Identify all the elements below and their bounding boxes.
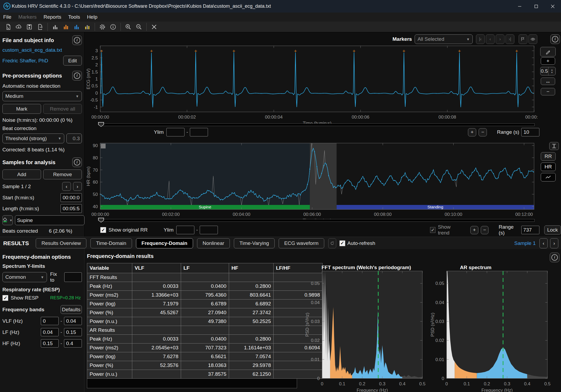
cell-value xyxy=(132,370,181,379)
svg-text:00:00:04: 00:00:04 xyxy=(265,115,283,120)
close-icon[interactable] xyxy=(149,22,159,31)
rr-view-button[interactable]: RR xyxy=(541,152,556,161)
ecg-scale-spinner[interactable]: 0.5 ▲▼ xyxy=(540,67,556,75)
tab-time-varying[interactable]: Time-Varying xyxy=(234,238,275,248)
trend-view-button[interactable] xyxy=(541,173,556,181)
band-to-input[interactable] xyxy=(64,328,82,336)
ecg-scrollbar[interactable] xyxy=(100,123,535,126)
ecg-fit-horizontal-button[interactable]: ↔ xyxy=(541,78,555,85)
hr-ylim-min-input[interactable] xyxy=(176,226,194,234)
spectrum-mode-dropdown[interactable]: Common▼ xyxy=(2,272,47,282)
mark-button[interactable]: Mark xyxy=(2,104,41,114)
remove-sample-button[interactable]: Remove xyxy=(43,169,82,179)
report-blue-icon[interactable] xyxy=(71,22,82,31)
edit-beats-button[interactable] xyxy=(540,47,556,56)
tab-frequency-domain[interactable]: Frequency-Domain xyxy=(136,238,193,248)
cell-value: 2.0545e+03 xyxy=(132,343,181,352)
export-icon[interactable] xyxy=(35,22,45,31)
hr-range-minus-button[interactable]: − xyxy=(481,226,489,234)
tab-ecg-waveform[interactable]: ECG waveform xyxy=(279,238,324,248)
menu-item-reports[interactable]: Reports xyxy=(43,14,61,20)
subject-link[interactable]: Fredric Shaffer, PhD xyxy=(2,58,48,64)
hr-range-plus-button[interactable]: + xyxy=(470,226,478,234)
lock-button[interactable]: Lock xyxy=(544,225,561,235)
save-icon[interactable] xyxy=(24,22,35,31)
show-trend-checkbox[interactable]: ✓ xyxy=(430,227,435,233)
ecg-chart[interactable]: +++++++++32.521.510.50-0.5-100:00:0000:0… xyxy=(85,32,538,126)
edit-button[interactable]: Edit xyxy=(63,56,82,66)
remove-all-button[interactable]: Remove all xyxy=(43,104,82,114)
defaults-button[interactable]: Defaults xyxy=(61,305,82,314)
menu-item-help[interactable]: Help xyxy=(87,14,97,20)
fix-to-input[interactable] xyxy=(64,272,82,282)
ecg-zoom-in-button[interactable]: + xyxy=(541,57,555,65)
report-orange-icon[interactable] xyxy=(61,22,71,31)
next-sample-button[interactable]: › xyxy=(73,182,82,191)
close-button[interactable] xyxy=(544,0,561,13)
start-input[interactable] xyxy=(61,193,82,202)
menu-item-tools[interactable]: Tools xyxy=(68,14,80,20)
minimize-button[interactable] xyxy=(511,0,528,13)
results-prev-sample-button[interactable]: ‹ xyxy=(539,238,548,248)
hr-scrollbar-handle[interactable] xyxy=(98,218,104,223)
tab-time-domain[interactable]: Time-Domain xyxy=(90,238,132,248)
add-sample-button[interactable]: Add xyxy=(2,169,41,179)
ar-chart[interactable]: 00.010.020.030.040.0500.10.20.30.40.5PSD… xyxy=(429,262,561,392)
chart-area: Markers All Selected▼ |‹ ‹ › ›| i ++++++… xyxy=(85,32,561,237)
filename-link[interactable]: custom_ascii_ecg_data.txt xyxy=(2,47,82,53)
info-icon[interactable] xyxy=(108,22,118,31)
menu-item-file[interactable]: File xyxy=(3,14,11,20)
show-resp-checkbox[interactable]: ✓ xyxy=(2,295,8,301)
table-row: AR Results xyxy=(87,326,323,335)
fit-vertical-button[interactable] xyxy=(549,142,559,150)
prev-sample-button[interactable]: ‹ xyxy=(62,182,71,191)
samples-info-button[interactable]: i xyxy=(72,157,82,167)
zoom-in-icon[interactable] xyxy=(123,22,134,31)
tab-nonlinear[interactable]: Nonlinear xyxy=(197,238,230,248)
ecg-scrollbar-handle[interactable] xyxy=(98,122,104,127)
cell-value: 0.0033 xyxy=(132,335,181,343)
new-file-icon[interactable] xyxy=(3,22,13,31)
band-from-input[interactable] xyxy=(41,317,59,325)
zoom-out-icon[interactable] xyxy=(134,22,144,31)
file-info-info-button[interactable]: i xyxy=(72,35,82,45)
settings-icon[interactable] xyxy=(97,22,108,31)
hr-scrollbar[interactable] xyxy=(100,219,535,222)
cloud-open-icon[interactable] xyxy=(13,22,24,31)
auto-refresh-checkbox[interactable]: ✓ xyxy=(339,240,345,246)
hr-range-input[interactable] xyxy=(521,226,539,234)
results-info-button[interactable]: i xyxy=(550,253,559,262)
band-from-input[interactable] xyxy=(41,328,59,336)
svg-text:+: + xyxy=(352,48,355,54)
report-gray-icon[interactable] xyxy=(50,22,61,31)
correction-threshold-input[interactable] xyxy=(66,134,82,143)
sample-color-button[interactable]: ▼ xyxy=(2,215,13,225)
table-row: Power (n.u.)37.857562.1250 xyxy=(87,370,323,379)
maximize-button[interactable] xyxy=(528,0,544,13)
ecg-zoom-out-button[interactable]: − xyxy=(541,88,555,95)
show-original-rr-checkbox[interactable]: ✓ xyxy=(100,227,106,233)
report-yellow-icon[interactable] xyxy=(82,22,93,31)
results-next-sample-button[interactable]: › xyxy=(550,238,558,248)
band-from-input[interactable] xyxy=(41,339,59,347)
tab-results-overview[interactable]: Results Overview xyxy=(36,238,86,248)
length-input[interactable] xyxy=(61,204,82,213)
beat-correction-label: Beat correction xyxy=(2,126,82,131)
fft-chart[interactable]: 00.010.020.030.040.0500.10.20.30.40.5PSD… xyxy=(304,262,429,392)
band-to-input[interactable] xyxy=(64,317,82,325)
main-toolbar xyxy=(0,22,561,32)
band-label: VLF (Hz) xyxy=(2,318,23,324)
refresh-button[interactable] xyxy=(328,238,336,248)
hr-view-button[interactable]: HR xyxy=(541,163,556,171)
hr-chart[interactable]: SupineStanding90807060504000:00:0000:02:… xyxy=(85,132,561,220)
chart-info-button[interactable]: i xyxy=(550,34,560,44)
sample-name-input[interactable] xyxy=(15,215,85,225)
cell-value: 45.5267 xyxy=(132,308,181,317)
noise-level-dropdown[interactable]: Medium▼ xyxy=(2,91,82,101)
cell-value: 7.0574 xyxy=(229,352,274,361)
correction-method-dropdown[interactable]: Threshold (strong)▼ xyxy=(2,134,64,143)
hr-ylim-max-input[interactable] xyxy=(200,226,218,234)
spinner-arrows-icon[interactable]: ▲▼ xyxy=(548,67,555,75)
preprocessing-info-button[interactable]: i xyxy=(72,71,82,80)
band-to-input[interactable] xyxy=(64,339,82,347)
